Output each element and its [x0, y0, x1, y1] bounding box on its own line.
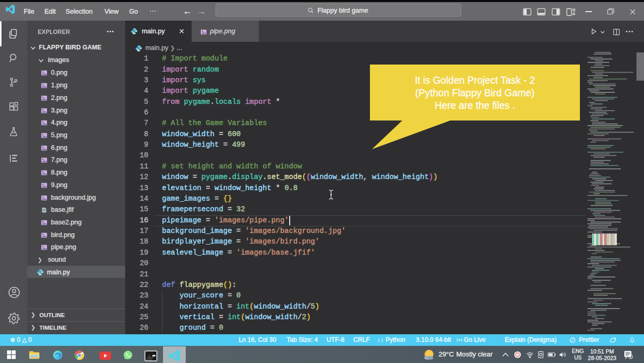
- svg-text:1: 1: [629, 354, 631, 359]
